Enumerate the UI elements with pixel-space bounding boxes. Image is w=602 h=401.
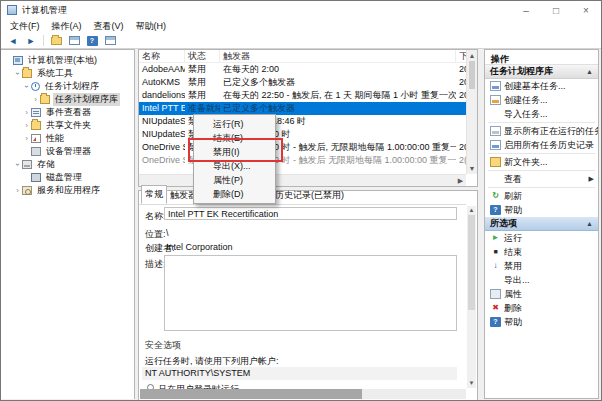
scroll-down-icon[interactable]: ▼ bbox=[467, 379, 476, 388]
menu-item[interactable]: 文件(F) bbox=[4, 20, 46, 33]
scroll-up-icon[interactable]: ▲ bbox=[467, 50, 477, 61]
action-label: 刷新 bbox=[504, 190, 522, 203]
task-row[interactable]: dandelionst...禁用在每天的 22:50 - 触发后, 在 1 天 … bbox=[139, 89, 477, 102]
tab-历史记录(已禁用)[interactable]: 历史记录(已禁用) bbox=[272, 187, 347, 204]
properties-vertical-scrollbar[interactable]: ▲ ▼ bbox=[467, 206, 476, 388]
help-button[interactable]: ? bbox=[85, 34, 99, 47]
back-button[interactable]: ◄ bbox=[6, 34, 20, 47]
collapse-icon[interactable]: › bbox=[22, 82, 31, 91]
action-label: 帮助 bbox=[504, 316, 522, 329]
task-row[interactable]: AdobeAAM...禁用在每天的 2:0020 bbox=[139, 63, 477, 76]
scroll-right-icon[interactable]: ▶ bbox=[455, 177, 466, 185]
forward-button[interactable]: ► bbox=[24, 34, 38, 47]
tree-item[interactable]: ›存储 bbox=[1, 158, 134, 171]
context-menu-item[interactable]: 删除(D) bbox=[194, 187, 275, 201]
menu-item[interactable]: 查看(V) bbox=[88, 20, 130, 33]
collapse-caret-icon: ▲ bbox=[586, 220, 593, 227]
tree-item[interactable]: ›服务和应用程序 bbox=[1, 184, 134, 197]
action-label: 创建基本任务... bbox=[504, 80, 566, 93]
action-导入任务[interactable]: 导入任务... bbox=[485, 107, 598, 121]
tree-item[interactable]: ›事件查看器 bbox=[1, 106, 134, 119]
toolbar-separator bbox=[43, 35, 44, 46]
action-导出[interactable]: 导出... bbox=[485, 273, 598, 287]
description-field[interactable] bbox=[164, 255, 457, 331]
expand-icon[interactable]: › bbox=[22, 121, 31, 130]
tree-item[interactable]: ›任务计划程序库 bbox=[1, 93, 134, 106]
collapse-icon[interactable]: › bbox=[13, 69, 22, 78]
section-header[interactable]: 所选项▲ bbox=[485, 217, 598, 231]
action-新文件夹[interactable]: 新文件夹... bbox=[485, 155, 598, 169]
task-row[interactable]: Intel PTT EK ...准备就绪已定义多个触发器 bbox=[139, 102, 477, 115]
export-list-button[interactable] bbox=[49, 34, 63, 47]
maximize-button[interactable]: □ bbox=[541, 1, 571, 19]
task-row[interactable]: NIUpdateSe...禁用在每天的 9:00 时 bbox=[139, 128, 477, 141]
section-header[interactable]: 任务计划程序库▲ bbox=[485, 65, 598, 79]
console-tree-button[interactable] bbox=[67, 34, 81, 47]
action-创建基本任务[interactable]: 创建基本任务... bbox=[485, 79, 598, 93]
scroll-up-icon[interactable]: ▲ bbox=[467, 206, 476, 215]
task-row[interactable]: NIUpdateSe...禁用在 2019/5/9 18:46 时 bbox=[139, 115, 477, 128]
action-运行[interactable]: ►运行 bbox=[485, 231, 598, 245]
action-删除[interactable]: ✖删除 bbox=[485, 301, 598, 315]
scroll-down-icon[interactable]: ▼ bbox=[467, 163, 477, 174]
context-menu-item[interactable]: 禁用(I) bbox=[194, 145, 275, 159]
context-menu-item[interactable]: 属性(P) bbox=[194, 173, 275, 187]
name-field[interactable]: Intel PTT EK Recertification bbox=[164, 207, 457, 220]
menu-item[interactable]: 操作(A) bbox=[46, 20, 88, 33]
scrollbar-thumb[interactable] bbox=[140, 389, 362, 399]
context-menu-item[interactable]: 导出(X)... bbox=[194, 159, 275, 173]
column-header[interactable]: 状态 bbox=[185, 50, 220, 62]
actions-title: 操作 bbox=[485, 50, 598, 65]
context-menu-item[interactable]: 结束(E) bbox=[194, 131, 275, 145]
minimize-button[interactable]: – bbox=[511, 1, 541, 19]
task-row[interactable]: OneDrive St...禁用在每天的 4:00 时 - 触发后, 无限期地每… bbox=[139, 141, 477, 154]
action-查看[interactable]: 查看▶ bbox=[485, 172, 598, 186]
tree-item[interactable]: ›系统工具 bbox=[1, 67, 134, 80]
tab-常规[interactable]: 常规 bbox=[141, 185, 167, 204]
action-禁用[interactable]: ↓禁用 bbox=[485, 259, 598, 273]
expand-icon[interactable]: › bbox=[22, 134, 31, 143]
action-帮助[interactable]: ?帮助 bbox=[485, 203, 598, 217]
context-menu-item[interactable]: 运行(R) bbox=[194, 117, 275, 131]
column-header[interactable]: 触发器 bbox=[220, 50, 456, 62]
action-显示所有正在运行的任务[interactable]: 显示所有正在运行的任务 bbox=[485, 124, 598, 138]
column-header[interactable]: 名称 bbox=[139, 50, 185, 62]
task-row[interactable]: OneDrive St...禁用在每天的 4:00 时 - 触发后 无限期地每隔… bbox=[139, 154, 477, 167]
action-结束[interactable]: ■结束 bbox=[485, 245, 598, 259]
action-创建任务[interactable]: 创建任务... bbox=[485, 93, 598, 107]
show-window-button[interactable] bbox=[103, 34, 117, 47]
perf-icon bbox=[31, 134, 41, 143]
tree-item[interactable]: ›共享文件夹 bbox=[1, 119, 134, 132]
action-启用所有任务历史记录[interactable]: 启用所有任务历史记录 bbox=[485, 138, 598, 152]
expand-icon[interactable]: › bbox=[22, 108, 31, 117]
actions-sections: 任务计划程序库▲创建基本任务...创建任务...导入任务...显示所有正在运行的… bbox=[485, 65, 598, 329]
action-刷新[interactable]: ↻刷新 bbox=[485, 189, 598, 203]
context-menu: 运行(R)结束(E)禁用(I)导出(X)...属性(P)删除(D) bbox=[193, 114, 276, 204]
expand-icon[interactable]: › bbox=[13, 186, 22, 195]
tree-item[interactable]: 计算机管理(本地) bbox=[1, 54, 134, 67]
menu-item[interactable]: 帮助(H) bbox=[130, 20, 173, 33]
task-list-vertical-scrollbar[interactable]: ▲ ▼ bbox=[466, 50, 477, 174]
task-row[interactable]: AutoKMS禁用已定义多个触发器20 bbox=[139, 76, 477, 89]
tree-item[interactable]: 设备管理器 bbox=[1, 145, 134, 158]
action-属性[interactable]: 属性 bbox=[485, 287, 598, 301]
separator bbox=[488, 153, 595, 154]
scrollbar-thumb[interactable] bbox=[469, 61, 475, 89]
tree-item[interactable]: ›任务计划程序 bbox=[1, 80, 134, 93]
toolbar: ◄ ► ? bbox=[1, 33, 601, 49]
author-value: Intel Corporation bbox=[166, 242, 233, 252]
task-list-horizontal-scrollbar[interactable]: ▶ bbox=[139, 174, 466, 186]
tree-item-label: 磁盘管理 bbox=[44, 171, 84, 184]
tree-item[interactable]: 磁盘管理 bbox=[1, 171, 134, 184]
location-label: 位置: bbox=[145, 228, 166, 241]
folder-icon bbox=[51, 37, 62, 45]
close-button[interactable]: × bbox=[571, 1, 601, 19]
expand-icon[interactable]: › bbox=[31, 95, 40, 104]
collapse-icon[interactable]: › bbox=[13, 160, 22, 169]
task-list-header: 名称状态触发器下 bbox=[139, 50, 477, 63]
help-icon: ? bbox=[87, 36, 98, 46]
properties-horizontal-scrollbar[interactable] bbox=[140, 389, 466, 399]
tree-item[interactable]: ›性能 bbox=[1, 132, 134, 145]
scrollbar-thumb[interactable] bbox=[468, 215, 475, 310]
action-帮助[interactable]: ?帮助 bbox=[485, 315, 598, 329]
